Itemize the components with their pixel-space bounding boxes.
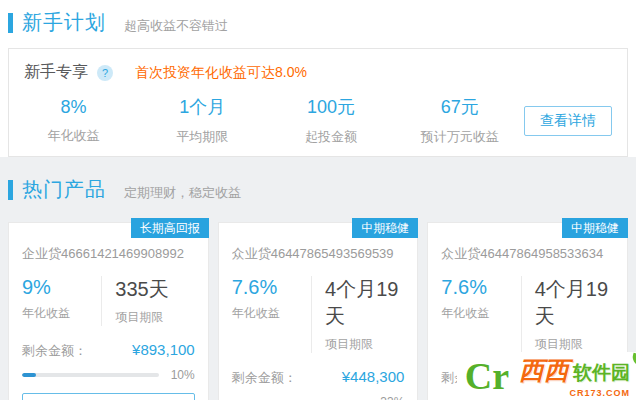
- watermark-domain: CR173.COM: [569, 388, 630, 398]
- product-name[interactable]: 企业贷46661421469908992: [22, 245, 195, 263]
- product-term-col: 4个月19天 项目期限: [311, 276, 404, 353]
- stat-label: 预计万元收益: [395, 128, 524, 146]
- watermark-text: 西西 软件园 CR173.COM: [519, 354, 630, 398]
- product-stats: 7.6% 年化收益 4个月19天 项目期限: [232, 276, 405, 353]
- watermark-logo: Cr 西西 软件园 CR173.COM: [457, 352, 636, 400]
- remaining-amount-label: 剩余金额：: [232, 369, 297, 387]
- product-rate-col: 7.6% 年化收益: [232, 276, 311, 353]
- product-term-col: 335天 项目期限: [101, 276, 194, 326]
- newbie-stats-row: 8% 年化收益 1个月 平均期限 100元 起投金额 67元 预计万元收益 查看…: [9, 95, 627, 146]
- remaining-amount-value: ¥893,100: [132, 341, 195, 358]
- product-rate-col: 7.6% 年化收益: [441, 276, 520, 353]
- stat-value: 100元: [267, 95, 396, 119]
- watermark-cr-icon: Cr: [465, 355, 509, 397]
- leaf-icon: [631, 353, 636, 366]
- product-badge: 长期高回报: [131, 218, 209, 238]
- view-details-button[interactable]: 查看详情: [524, 106, 612, 136]
- stat-value: 67元: [395, 95, 524, 119]
- product-rate: 7.6%: [441, 276, 520, 299]
- product-term-col: 4个月19天 项目期限: [521, 276, 614, 353]
- stat-min-investment: 100元 起投金额: [267, 95, 396, 146]
- product-badge: 中期稳健: [562, 218, 628, 238]
- stat-label: 起投金额: [267, 128, 396, 146]
- invest-now-button[interactable]: 立即投资: [22, 393, 195, 400]
- product-card-2: 中期稳健 众业贷46447865493569539 7.6% 年化收益 4个月1…: [218, 222, 419, 400]
- remaining-amount-row: 剩余金额： ¥448,300: [232, 368, 405, 387]
- page: 新手计划 超高收益不容错过 新手专享 ? 首次投资年化收益可达8.0% 8% 年…: [0, 0, 636, 400]
- help-question-icon[interactable]: ?: [97, 65, 113, 81]
- product-badge: 中期稳健: [352, 218, 418, 238]
- progress-row: 10%: [22, 368, 195, 382]
- newbie-section-header: 新手计划 超高收益不容错过: [8, 9, 228, 36]
- product-rate: 9%: [22, 276, 101, 299]
- product-card-1: 长期高回报 企业贷46661421469908992 9% 年化收益 335天 …: [8, 222, 209, 400]
- newbie-panel-top: 新手专享 ? 首次投资年化收益可达8.0%: [9, 49, 627, 83]
- promo-text: 首次投资年化收益可达8.0%: [135, 64, 307, 82]
- progress-row: 33%: [232, 395, 405, 400]
- remaining-amount-value: ¥448,300: [342, 368, 405, 385]
- product-term-label: 项目期限: [115, 309, 194, 326]
- newbie-section-subtitle: 超高收益不容错过: [124, 10, 228, 35]
- progress-fill: [22, 373, 36, 377]
- product-term: 335天: [115, 276, 194, 303]
- progress-percent: 33%: [372, 395, 404, 400]
- product-stats: 9% 年化收益 335天 项目期限: [22, 276, 195, 326]
- product-rate-label: 年化收益: [441, 305, 520, 322]
- remaining-amount-label: 剩余金额：: [22, 342, 87, 360]
- product-term-label: 项目期限: [535, 336, 614, 353]
- product-term-label: 项目期限: [325, 336, 404, 353]
- stat-average-term: 1个月 平均期限: [138, 95, 267, 146]
- watermark-name-green: 软件园: [573, 360, 630, 386]
- product-rate-col: 9% 年化收益: [22, 276, 101, 326]
- product-name[interactable]: 众业贷46447865493569539: [232, 245, 405, 263]
- stat-value: 8%: [9, 97, 138, 118]
- product-term: 4个月19天: [535, 276, 614, 330]
- product-stats: 7.6% 年化收益 4个月19天 项目期限: [441, 276, 614, 353]
- stat-label: 平均期限: [138, 128, 267, 146]
- product-term: 4个月19天: [325, 276, 404, 330]
- stat-annual-yield: 8% 年化收益: [9, 97, 138, 145]
- product-rate: 7.6%: [232, 276, 311, 299]
- hot-section-subtitle: 定期理财，稳定收益: [124, 177, 241, 202]
- watermark-name-orange: 西西: [519, 354, 569, 387]
- hot-section-header: 热门产品 定期理财，稳定收益: [8, 176, 241, 203]
- newbie-section-title: 新手计划: [22, 9, 106, 36]
- product-rate-label: 年化收益: [22, 305, 101, 322]
- stat-value: 1个月: [138, 95, 267, 119]
- stat-expected-return: 67元 预计万元收益: [395, 95, 524, 146]
- stat-label: 年化收益: [9, 127, 138, 145]
- progress-track: [22, 373, 159, 377]
- remaining-amount-row: 剩余金额： ¥893,100: [22, 341, 195, 360]
- section-accent-bar: [8, 13, 13, 33]
- progress-percent: 10%: [163, 368, 195, 382]
- newbie-exclusive-label: 新手专享: [24, 62, 88, 83]
- hot-section-title: 热门产品: [22, 176, 106, 203]
- section-accent-bar: [8, 180, 13, 200]
- product-name[interactable]: 众业贷46447864958533634: [441, 245, 614, 263]
- product-rate-label: 年化收益: [232, 305, 311, 322]
- newbie-panel: 新手专享 ? 首次投资年化收益可达8.0% 8% 年化收益 1个月 平均期限 1…: [8, 48, 628, 157]
